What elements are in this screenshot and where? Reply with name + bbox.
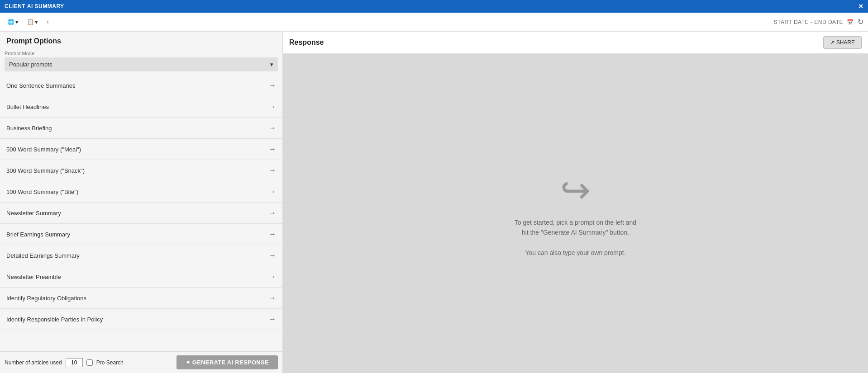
prompt-arrow-icon: →: [269, 145, 276, 153]
right-panel: Response ↗ SHARE ↩ To get started, pick …: [283, 32, 868, 373]
prompt-item-label: One Sentence Summaries: [6, 82, 75, 89]
prompt-item-label: Newsletter Preamble: [6, 274, 61, 280]
reply-icon: ↩: [560, 169, 591, 211]
prompt-arrow-icon: →: [269, 273, 276, 281]
calendar-icon[interactable]: 📅: [847, 19, 854, 25]
prompt-item[interactable]: Identify Regulatory Obligations→: [0, 288, 282, 309]
prompt-item-label: Business Briefing: [6, 125, 52, 132]
generate-ai-response-button[interactable]: ✦ GENERATE AI RESPONSE: [176, 355, 278, 369]
plus-icon: +: [46, 19, 50, 25]
prompt-item[interactable]: Detailed Earnings Summary→: [0, 245, 282, 266]
title-bar: CLIENT AI SUMMARY ✕: [0, 0, 868, 13]
prompt-item[interactable]: Business Briefing→: [0, 118, 282, 139]
globe-chevron-icon: ▾: [15, 19, 19, 25]
prompt-item-label: Newsletter Summary: [6, 210, 61, 217]
date-range-text: START DATE - END DATE: [774, 19, 843, 25]
prompt-arrow-icon: →: [269, 315, 276, 323]
prompt-arrow-icon: →: [269, 251, 276, 260]
prompt-item-label: Brief Earnings Summary: [6, 231, 70, 238]
main-layout: Prompt Options Prompt Mode Popular promp…: [0, 32, 868, 373]
toolbar: 🌐 ▾ 📋 ▾ + START DATE - END DATE 📅 ↻: [0, 13, 868, 32]
pro-search-label: Pro Search: [96, 359, 124, 366]
prompt-arrow-icon: →: [269, 81, 276, 90]
doc-button[interactable]: 📋 ▾: [24, 17, 41, 27]
prompt-arrow-icon: →: [269, 124, 276, 132]
prompt-item-label: 500 Word Summary ("Meal"): [6, 146, 81, 153]
prompt-arrow-icon: →: [269, 209, 276, 217]
prompt-arrow-icon: →: [269, 230, 276, 238]
prompt-mode-dropdown[interactable]: Popular prompts ▾: [5, 57, 278, 71]
bottom-bar: Number of articles used Pro Search ✦ GEN…: [0, 351, 282, 373]
prompt-item-label: Identify Responsible Parties in Policy: [6, 316, 103, 323]
articles-input[interactable]: [66, 358, 83, 367]
hint-line-2: hit the "Generate AI Summary" button.: [515, 227, 636, 237]
hint-line-3: You can also type your own prompt.: [515, 248, 636, 258]
prompt-mode-label: Prompt Mode: [5, 51, 278, 56]
response-hint: To get started, pick a prompt on the lef…: [515, 217, 636, 258]
prompt-item[interactable]: Identify Responsible Parties in Policy→: [0, 309, 282, 330]
prompt-item[interactable]: 100 Word Summary ("Bite")→: [0, 181, 282, 203]
prompt-arrow-icon: →: [269, 103, 276, 111]
prompt-options-header: Prompt Options: [0, 32, 282, 48]
response-title: Response: [289, 38, 324, 47]
prompt-item[interactable]: Brief Earnings Summary→: [0, 224, 282, 245]
prompt-item-label: Identify Regulatory Obligations: [6, 295, 86, 302]
prompt-item[interactable]: 300 Word Summary ("Snack")→: [0, 160, 282, 181]
articles-label: Number of articles used: [5, 359, 62, 366]
doc-chevron-icon: ▾: [35, 19, 38, 25]
globe-icon: 🌐: [7, 19, 14, 25]
date-range: START DATE - END DATE 📅 ↻: [774, 18, 863, 26]
prompt-item-label: 100 Word Summary ("Bite"): [6, 189, 78, 195]
hint-line-1: To get started, pick a prompt on the lef…: [515, 217, 636, 227]
prompt-item-label: 300 Word Summary ("Snack"): [6, 167, 85, 174]
app-title: CLIENT AI SUMMARY: [5, 3, 64, 9]
response-content: ↩ To get started, pick a prompt on the l…: [283, 54, 868, 373]
prompt-item-label: Bullet Headlines: [6, 104, 49, 110]
dropdown-chevron-icon: ▾: [270, 61, 273, 68]
add-button[interactable]: +: [43, 17, 52, 27]
refresh-icon[interactable]: ↻: [858, 18, 864, 26]
prompt-arrow-icon: →: [269, 294, 276, 302]
share-button[interactable]: ↗ SHARE: [823, 36, 862, 49]
prompt-item-label: Detailed Earnings Summary: [6, 252, 80, 259]
prompt-list: One Sentence Summaries→Bullet Headlines→…: [0, 75, 282, 351]
prompt-item[interactable]: Bullet Headlines→: [0, 96, 282, 118]
close-icon[interactable]: ✕: [858, 3, 864, 10]
prompt-item[interactable]: One Sentence Summaries→: [0, 75, 282, 96]
prompt-arrow-icon: →: [269, 166, 276, 175]
left-panel: Prompt Options Prompt Mode Popular promp…: [0, 32, 283, 373]
prompt-item[interactable]: 500 Word Summary ("Meal")→: [0, 139, 282, 160]
prompt-item[interactable]: Newsletter Preamble→: [0, 266, 282, 288]
prompt-arrow-icon: →: [269, 188, 276, 196]
prompt-mode-container: Prompt Mode Popular prompts ▾: [0, 48, 282, 75]
prompt-item[interactable]: Newsletter Summary→: [0, 203, 282, 224]
prompt-mode-value: Popular prompts: [9, 61, 52, 68]
pro-search-checkbox[interactable]: [86, 359, 93, 366]
globe-button[interactable]: 🌐 ▾: [5, 17, 21, 27]
doc-icon: 📋: [27, 19, 34, 25]
response-header: Response ↗ SHARE: [283, 32, 868, 54]
